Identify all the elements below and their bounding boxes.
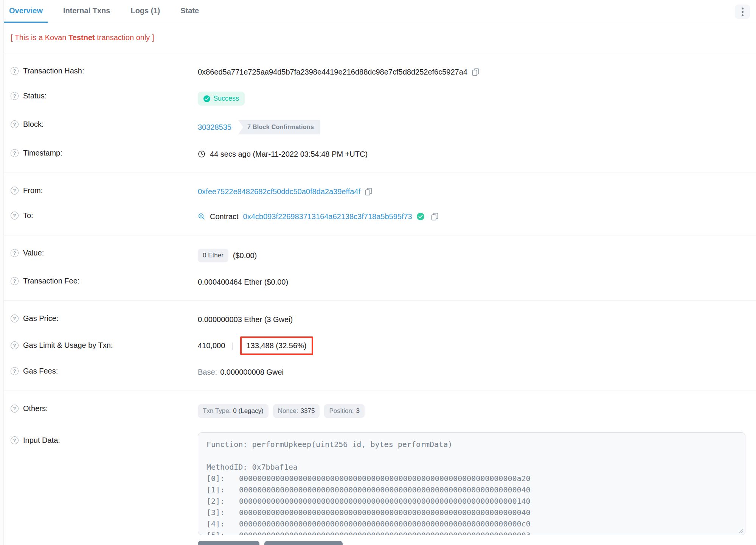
help-icon[interactable]: ? bbox=[11, 436, 19, 444]
value-label: Value: bbox=[23, 249, 44, 257]
row-others: ? Others: Txn Type: 0 (Legacy) Nonce: 33… bbox=[11, 397, 745, 425]
highlight-box: 133,488 (32.56%) bbox=[240, 336, 313, 355]
tab-bar: Overview Internal Txns Logs (1) State bbox=[0, 0, 756, 23]
help-icon[interactable]: ? bbox=[11, 67, 19, 75]
row-transaction-fee: ? Transaction Fee: 0.000400464 Ether ($0… bbox=[11, 269, 745, 294]
banner-prefix: [ This is a Kovan bbox=[11, 33, 68, 42]
verified-check-icon bbox=[417, 213, 424, 220]
tab-overview[interactable]: Overview bbox=[4, 0, 48, 23]
help-icon[interactable]: ? bbox=[11, 249, 19, 257]
banner-bold: Testnet bbox=[68, 33, 95, 42]
row-block: ? Block: 30328535 7 Block Confirmations bbox=[11, 113, 745, 142]
to-address-link[interactable]: 0x4cb093f226983713164a62138c3f718a5b595f… bbox=[243, 212, 412, 221]
more-options-button[interactable] bbox=[735, 5, 750, 19]
transaction-fee-label: Transaction Fee: bbox=[23, 277, 79, 285]
section-overview-top: ? Transaction Hash: 0x86ed5a771e725aa94d… bbox=[0, 53, 756, 173]
section-gas: ? Gas Price: 0.000000003 Ether (3 Gwei) … bbox=[0, 301, 756, 391]
section-value-fee: ? Value: 0 Ether ($0.00) ? Transaction F… bbox=[0, 235, 756, 301]
gas-limit-value: 410,000 bbox=[198, 341, 225, 350]
copy-icon[interactable] bbox=[472, 68, 479, 76]
to-contract-prefix: Contract bbox=[210, 212, 239, 221]
row-status: ? Status: Success bbox=[11, 84, 745, 113]
input-function-line: Function: performUpkeep(uint256 id, byte… bbox=[206, 439, 737, 450]
status-badge: Success bbox=[198, 92, 245, 106]
nonce-badge: Nonce: 3375 bbox=[273, 404, 320, 418]
help-icon[interactable]: ? bbox=[11, 341, 19, 349]
row-gas-limit-usage: ? Gas Limit & Usage by Txn: 410,000 | 13… bbox=[11, 332, 745, 360]
help-icon[interactable]: ? bbox=[11, 405, 19, 413]
copy-icon[interactable] bbox=[431, 213, 438, 221]
status-label: Status: bbox=[23, 92, 47, 100]
gas-price-label: Gas Price: bbox=[23, 314, 58, 323]
ether-value-badge: 0 Ether bbox=[198, 249, 228, 262]
gas-price-value: 0.000000003 Ether (3 Gwei) bbox=[198, 315, 293, 324]
row-timestamp: ? Timestamp: 44 secs ago (Mar-11-2022 03… bbox=[11, 142, 745, 167]
row-to: ? To: Contract 0x4cb093f226983713164a621… bbox=[11, 204, 745, 229]
input-methodid-line: MethodID: 0x7bbaf1ea bbox=[206, 461, 737, 473]
help-icon[interactable]: ? bbox=[11, 367, 19, 375]
position-badge: Position: 3 bbox=[324, 404, 365, 418]
row-gas-price: ? Gas Price: 0.000000003 Ether (3 Gwei) bbox=[11, 307, 745, 332]
tab-state[interactable]: State bbox=[175, 0, 204, 23]
row-from: ? From: 0xfee7522e8482682cf50ddc50a0f8da… bbox=[11, 179, 745, 204]
from-label: From: bbox=[23, 186, 43, 195]
transaction-fee-value: 0.000400464 Ether ($0.00) bbox=[198, 278, 288, 287]
timestamp-value: 44 secs ago (Mar-11-2022 03:54:48 PM +UT… bbox=[210, 150, 368, 159]
block-number-link[interactable]: 30328535 bbox=[198, 123, 231, 132]
gas-fees-base-label: Base: bbox=[198, 368, 217, 377]
help-icon[interactable]: ? bbox=[11, 120, 19, 128]
input-hex-line: [5]:000000000000000000000000000000000000… bbox=[206, 529, 737, 535]
input-hex-line: [0]:000000000000000000000000000000000000… bbox=[206, 473, 737, 484]
resize-handle-icon[interactable] bbox=[738, 528, 744, 533]
view-input-as-button[interactable]: View Input As bbox=[198, 541, 259, 545]
help-icon[interactable]: ? bbox=[11, 149, 19, 157]
to-label: To: bbox=[23, 211, 33, 220]
help-icon[interactable]: ? bbox=[11, 212, 19, 220]
gas-fees-label: Gas Fees: bbox=[23, 367, 58, 375]
gas-fees-base-value: 0.000000008 Gwei bbox=[220, 368, 284, 377]
input-data-label: Input Data: bbox=[23, 436, 60, 445]
section-addresses: ? From: 0xfee7522e8482682cf50ddc50a0f8da… bbox=[0, 173, 756, 235]
input-hex-line: [3]:000000000000000000000000000000000000… bbox=[206, 507, 737, 518]
tab-logs[interactable]: Logs (1) bbox=[125, 0, 165, 23]
help-icon[interactable]: ? bbox=[11, 277, 19, 285]
help-icon[interactable]: ? bbox=[11, 315, 19, 322]
row-value: ? Value: 0 Ether ($0.00) bbox=[11, 241, 745, 269]
row-input-data: ? Input Data: Function: performUpkeep(ui… bbox=[11, 425, 745, 545]
page-edge bbox=[0, 0, 4, 545]
gas-usage-value: 133,488 (32.56%) bbox=[247, 341, 307, 350]
transaction-hash-label: Transaction Hash: bbox=[23, 67, 84, 75]
copy-icon[interactable] bbox=[365, 188, 372, 196]
check-circle-icon bbox=[203, 95, 210, 102]
clock-icon bbox=[198, 150, 205, 158]
status-value: Success bbox=[213, 95, 239, 103]
from-address-link[interactable]: 0xfee7522e8482682cf50ddc50a0f8da2a39effa… bbox=[198, 187, 360, 196]
help-icon[interactable]: ? bbox=[11, 92, 19, 100]
row-transaction-hash: ? Transaction Hash: 0x86ed5a771e725aa94d… bbox=[11, 59, 745, 84]
others-label: Others: bbox=[23, 404, 48, 413]
timestamp-label: Timestamp: bbox=[23, 149, 62, 157]
input-hex-line: [4]:000000000000000000000000000000000000… bbox=[206, 518, 737, 529]
gas-separator: | bbox=[230, 341, 234, 350]
decode-input-data-button[interactable]: Decode Input Data bbox=[264, 541, 343, 545]
input-hex-line: [2]:000000000000000000000000000000000000… bbox=[206, 495, 737, 507]
value-usd: ($0.00) bbox=[233, 251, 257, 260]
kebab-icon bbox=[742, 8, 744, 9]
input-hex-line: [1]:000000000000000000000000000000000000… bbox=[206, 484, 737, 495]
input-data-textarea[interactable]: Function: performUpkeep(uint256 id, byte… bbox=[198, 432, 745, 535]
txn-type-badge: Txn Type: 0 (Legacy) bbox=[198, 404, 269, 418]
banner-suffix: transaction only ] bbox=[95, 33, 154, 42]
gas-limit-usage-label: Gas Limit & Usage by Txn: bbox=[23, 341, 113, 350]
zoom-in-icon[interactable] bbox=[198, 213, 205, 220]
row-gas-fees: ? Gas Fees: Base: 0.000000008 Gwei bbox=[11, 360, 745, 385]
block-label: Block: bbox=[23, 120, 43, 129]
block-confirmations-badge: 7 Block Confirmations bbox=[238, 120, 320, 134]
testnet-banner: [ This is a Kovan Testnet transaction on… bbox=[0, 23, 756, 53]
tab-internal-txns[interactable]: Internal Txns bbox=[58, 0, 115, 23]
transaction-hash-value: 0x86ed5a771e725aa94d5b7fa2398e4419e216d8… bbox=[198, 68, 467, 76]
section-others-input: ? Others: Txn Type: 0 (Legacy) Nonce: 33… bbox=[0, 391, 756, 545]
help-icon[interactable]: ? bbox=[11, 187, 19, 195]
